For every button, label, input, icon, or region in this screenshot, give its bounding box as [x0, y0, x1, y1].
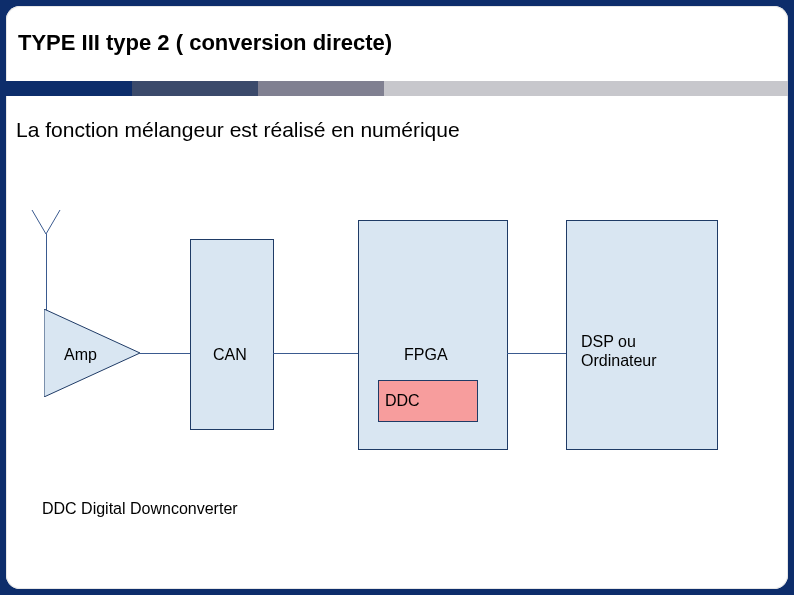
- dsp-label-line2: Ordinateur: [581, 352, 657, 369]
- link-fpga-dsp: [507, 353, 566, 354]
- footer-note: DDC Digital Downconverter: [42, 500, 238, 518]
- slide-card: TYPE III type 2 ( conversion directe) La…: [6, 6, 788, 589]
- can-label: CAN: [213, 346, 247, 364]
- can-block: [190, 239, 274, 430]
- dsp-label-line1: DSP ou: [581, 333, 636, 350]
- amplifier-label: Amp: [64, 346, 97, 364]
- dsp-label: DSP ou Ordinateur: [581, 332, 657, 370]
- svg-line-0: [32, 210, 46, 234]
- fpga-label: FPGA: [404, 346, 448, 364]
- ddc-block: DDC: [378, 380, 478, 422]
- svg-line-1: [46, 210, 60, 234]
- ddc-label: DDC: [385, 392, 420, 410]
- link-amp-can: [140, 353, 190, 354]
- link-can-fpga: [273, 353, 358, 354]
